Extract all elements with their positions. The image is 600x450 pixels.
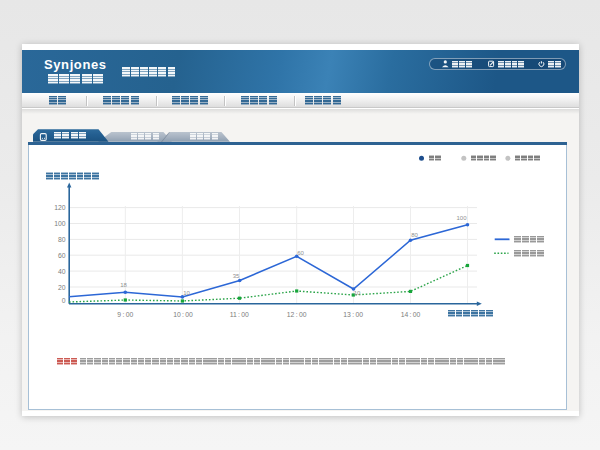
svg-text:0: 0 — [62, 297, 66, 304]
svg-text:100: 100 — [54, 220, 66, 227]
svg-text:11 : 00: 11 : 00 — [230, 311, 249, 318]
svg-text:13 : 00: 13 : 00 — [343, 311, 363, 318]
svg-text:40: 40 — [58, 268, 66, 275]
svg-text:12 : 00: 12 : 00 — [287, 311, 307, 318]
svg-text:120: 120 — [54, 204, 66, 211]
svg-text:10: 10 — [183, 290, 190, 296]
svg-text:100: 100 — [456, 215, 467, 221]
svg-text:10: 10 — [354, 290, 361, 296]
svg-text:35: 35 — [233, 273, 240, 279]
svg-text:14 : 00: 14 : 00 — [401, 311, 421, 318]
svg-text:60: 60 — [297, 250, 304, 256]
svg-text:18: 18 — [120, 282, 127, 288]
svg-text:60: 60 — [58, 252, 66, 259]
svg-text:80: 80 — [411, 232, 418, 238]
svg-text:20: 20 — [58, 284, 66, 291]
svg-text:10 : 00: 10 : 00 — [173, 311, 193, 318]
svg-text:80: 80 — [58, 236, 66, 243]
svg-text:9 : 00: 9 : 00 — [117, 311, 133, 318]
